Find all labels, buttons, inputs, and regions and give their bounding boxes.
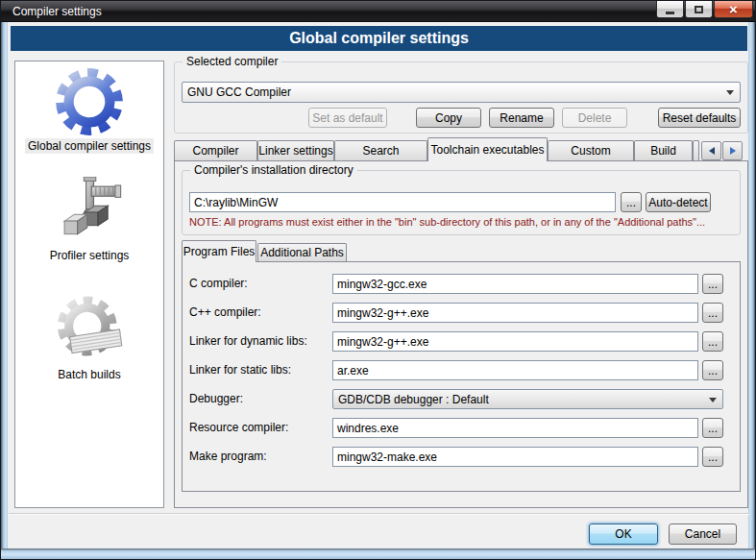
window-frame-right [748,22,755,550]
set-as-default-button: Set as default [308,108,387,128]
rename-button[interactable]: Rename [489,108,554,128]
sidebar-item-label: Global compiler settings [25,138,154,154]
subtab-program-files[interactable]: Program Files [182,240,256,262]
minimize-button[interactable] [656,1,684,18]
close-button[interactable]: × [714,1,753,18]
compiler-settings-window: Compiler settings × Global compiler sett… [0,0,756,560]
footer-divider [9,513,749,515]
dropdown-arrow-icon [726,90,734,95]
tab-linker-settings[interactable]: Linker settings [257,140,334,161]
auto-detect-button[interactable]: Auto-detect [646,192,711,212]
window-frame-bottom [1,548,755,559]
tab-scroll-left-button[interactable] [701,141,721,160]
delete-button: Delete [562,108,627,128]
tab-search-directories[interactable]: Search directories [334,140,427,161]
tab-scroll-right-button[interactable] [722,141,743,160]
page-title: Global compiler settings [11,26,747,51]
tab-toolchain-executables[interactable]: Toolchain executables [427,137,548,161]
window-controls: × [655,1,753,19]
caliper-icon [55,177,124,246]
settings-category-list: Global compiler settings Profiler [14,61,164,508]
ok-button[interactable]: OK [589,523,658,545]
make-program-label: Make program: [189,447,267,467]
tab-scroll-right-icon [730,147,736,155]
selected-compiler-group-label: Selected compiler [183,55,281,68]
sidebar-item-label: Batch builds [55,367,123,382]
dropdown-arrow-icon [709,398,717,402]
minimize-icon [666,12,674,14]
static-linker-label: Linker for static libs: [189,360,291,380]
maximize-icon [695,6,703,13]
cpp-compiler-browse-button[interactable]: ... [702,303,723,323]
resource-compiler-label: Resource compiler: [189,418,288,438]
tab-build-options[interactable]: Build options [634,140,693,161]
c-compiler-label: C compiler: [189,274,248,294]
installation-directory-group-label: Compiler's installation directory [190,163,357,177]
installation-directory-input[interactable] [189,192,616,212]
reset-defaults-button[interactable]: Reset defaults [658,108,741,128]
window-title: Compiler settings [12,1,102,22]
copy-button[interactable]: Copy [416,108,481,128]
tab-overflow-partial[interactable] [693,140,699,161]
debugger-label: Debugger: [189,389,243,409]
cpp-compiler-input[interactable] [332,303,698,323]
window-frame-left [1,22,8,550]
blue-gear-icon [55,67,124,136]
gray-gear-icon [55,296,124,365]
static-linker-browse-button[interactable]: ... [702,360,723,380]
c-compiler-input[interactable] [332,274,698,294]
resource-compiler-browse-button[interactable]: ... [702,418,723,438]
debugger-select[interactable]: GDB/CDB debugger : Default [332,389,723,409]
cpp-compiler-label: C++ compiler: [189,303,261,323]
installation-note: NOTE: All programs must exist either in … [189,216,743,228]
close-icon: × [729,2,738,17]
dynamic-linker-label: Linker for dynamic libs: [189,331,307,352]
tab-custom-variables[interactable]: Custom variables [548,140,634,161]
compiler-select-value: GNU GCC Compiler [187,85,291,99]
sidebar-item-batch-builds[interactable]: Batch builds [15,296,163,382]
sidebar-item-label: Profiler settings [47,248,133,263]
resource-compiler-input[interactable] [332,418,698,438]
tab-scroll-left-icon [709,147,715,155]
titlebar[interactable]: Compiler settings × [1,1,755,22]
subtab-additional-paths[interactable]: Additional Paths [257,243,347,262]
sidebar-item-profiler-settings[interactable]: Profiler settings [15,177,163,263]
dynamic-linker-input[interactable] [332,331,698,352]
compiler-select[interactable]: GNU GCC Compiler [182,82,741,103]
cancel-button[interactable]: Cancel [669,523,737,545]
make-program-input[interactable] [332,447,698,467]
make-program-browse-button[interactable]: ... [702,447,723,467]
static-linker-input[interactable] [332,360,698,380]
debugger-select-value: GDB/CDB debugger : Default [338,393,489,406]
maximize-button[interactable] [685,1,713,18]
installation-directory-browse-button[interactable]: ... [621,192,642,212]
sidebar-item-global-compiler-settings[interactable]: Global compiler settings [15,67,163,154]
c-compiler-browse-button[interactable]: ... [702,274,723,294]
dynamic-linker-browse-button[interactable]: ... [702,331,723,352]
tab-compiler-settings[interactable]: Compiler settings [174,140,257,161]
